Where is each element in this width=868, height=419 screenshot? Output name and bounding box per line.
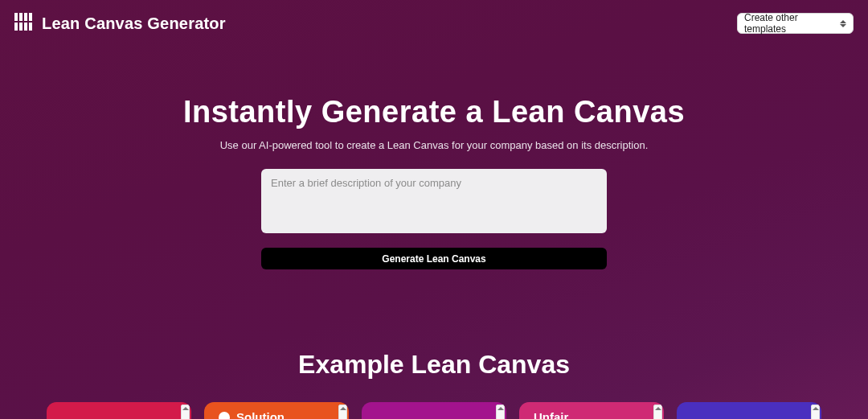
header: Lean Canvas Generator Create other templ… — [0, 0, 868, 39]
svg-rect-6 — [24, 23, 27, 31]
svg-rect-3 — [29, 13, 32, 21]
generate-form: Generate Lean Canvas — [261, 169, 607, 269]
card-scrollbar[interactable] — [338, 405, 347, 419]
generate-lean-canvas-button[interactable]: Generate Lean Canvas — [261, 248, 607, 269]
card-scrollbar[interactable] — [496, 405, 505, 419]
example-section: Example Lean Canvas Solution Unfair — [0, 350, 868, 419]
card-header: Unfair — [534, 410, 568, 419]
hero-section: Instantly Generate a Lean Canvas Use our… — [0, 95, 868, 269]
card-scrollbar[interactable] — [653, 405, 662, 419]
card-header: Solution — [219, 410, 285, 419]
create-other-templates-select[interactable]: Create other templates — [737, 13, 854, 34]
template-select-label: Create other templates — [744, 12, 837, 35]
brand-logo-icon — [14, 13, 34, 34]
hero-subtitle: Use our AI-powered tool to create a Lean… — [0, 139, 868, 151]
card-icon — [219, 412, 230, 420]
example-card — [362, 402, 506, 419]
svg-rect-1 — [19, 13, 23, 21]
svg-rect-7 — [29, 23, 32, 31]
hero-title: Instantly Generate a Lean Canvas — [0, 95, 868, 129]
example-card: Solution — [204, 402, 349, 419]
svg-rect-0 — [14, 13, 18, 21]
brand: Lean Canvas Generator — [14, 13, 226, 34]
brand-title: Lean Canvas Generator — [42, 14, 226, 33]
example-cards-row: Solution Unfair — [0, 402, 868, 419]
company-description-input[interactable] — [261, 169, 607, 233]
example-card: Unfair — [519, 402, 664, 419]
svg-rect-2 — [24, 13, 27, 21]
example-card — [47, 402, 191, 419]
card-scrollbar[interactable] — [181, 405, 190, 419]
card-title: Unfair — [534, 410, 568, 419]
select-stepper-icon — [840, 16, 850, 31]
example-title: Example Lean Canvas — [0, 350, 868, 380]
svg-rect-4 — [14, 23, 18, 31]
example-card — [677, 402, 821, 419]
card-scrollbar[interactable] — [811, 405, 820, 419]
card-title: Solution — [236, 410, 285, 419]
svg-rect-5 — [19, 23, 23, 31]
